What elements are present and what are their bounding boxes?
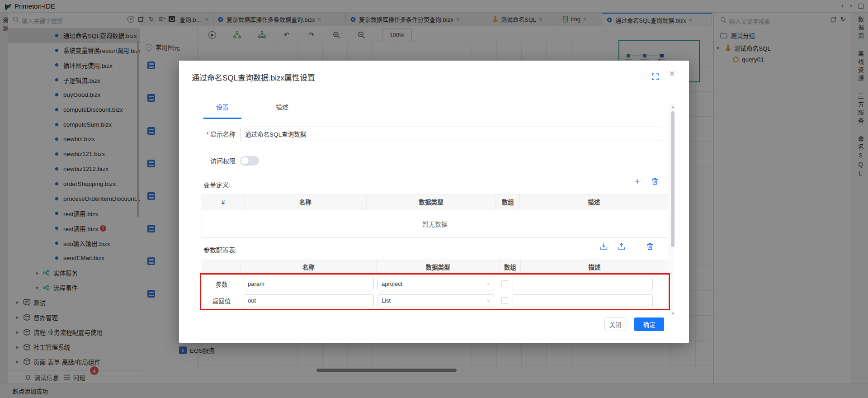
expand-icon[interactable] bbox=[652, 73, 659, 80]
param-row-label: 返回值 bbox=[202, 296, 241, 305]
delete-param-icon[interactable] bbox=[646, 242, 654, 250]
param-row-label: 参数 bbox=[202, 280, 241, 289]
param-desc-input[interactable] bbox=[513, 278, 653, 290]
empty-data-text: 暂无数据 bbox=[202, 210, 668, 237]
display-name-label: *显示名称 bbox=[179, 129, 236, 138]
app-window: Primeton-IDE ‹ › 资源 输入关键字搜索 通过命名SQL查询数据.… bbox=[0, 0, 868, 398]
tabs-divider bbox=[179, 116, 689, 116]
param-name-input[interactable] bbox=[244, 278, 374, 290]
dialog-title: 通过命名SQL查询数据.bizx属性设置 bbox=[192, 71, 315, 83]
dialog-tabs: 设置 描述 bbox=[203, 102, 301, 119]
variables-table-header: # 名称 数据类型 数组 描述 bbox=[202, 195, 668, 210]
import-icon[interactable] bbox=[600, 242, 608, 250]
param-name-input[interactable] bbox=[244, 294, 374, 307]
scroll-down-icon[interactable]: ▼ bbox=[670, 312, 676, 316]
add-variable-icon[interactable]: + bbox=[633, 177, 641, 185]
tab-settings[interactable]: 设置 bbox=[203, 102, 241, 119]
param-type-select[interactable]: aproject∨ bbox=[377, 278, 494, 290]
close-icon[interactable]: × bbox=[669, 68, 675, 80]
chevron-down-icon: ∨ bbox=[487, 281, 490, 286]
param-desc-input[interactable] bbox=[513, 294, 653, 307]
variables-table: # 名称 数据类型 数组 描述 暂无数据 bbox=[202, 194, 668, 238]
param-type-select[interactable]: List∨ bbox=[377, 294, 494, 307]
export-icon[interactable] bbox=[618, 242, 625, 250]
display-name-input[interactable] bbox=[240, 127, 663, 141]
dialog-footer: 关闭 确定 bbox=[179, 317, 689, 331]
scroll-up-icon[interactable]: ▲ bbox=[670, 105, 676, 109]
params-table-header: 名称 数据类型 数组 描述 bbox=[202, 260, 668, 275]
chevron-down-icon: ∨ bbox=[487, 298, 490, 303]
param-row: 参数 aproject∨ bbox=[202, 275, 668, 292]
params-section-title: 参数配置表: bbox=[203, 245, 237, 254]
params-table: 名称 数据类型 数组 描述 参数 aproject∨ 返回值 List∨ bbox=[202, 260, 668, 309]
required-mark: * bbox=[207, 131, 209, 138]
properties-dialog: 通过命名SQL查询数据.bizx属性设置 × 设置 描述 *显示名称 访问权限 … bbox=[179, 61, 689, 343]
toggle-knob bbox=[241, 157, 249, 165]
variables-section-title: 变量定义: bbox=[203, 180, 231, 189]
access-toggle[interactable] bbox=[240, 156, 259, 166]
confirm-button[interactable]: 确定 bbox=[634, 317, 664, 331]
tab-description[interactable]: 描述 bbox=[263, 102, 301, 119]
delete-variable-icon[interactable] bbox=[651, 177, 659, 185]
close-button[interactable]: 关闭 bbox=[604, 317, 626, 331]
param-row: 返回值 List∨ bbox=[202, 292, 668, 309]
access-label: 访问权限 bbox=[179, 156, 236, 165]
scrollbar-thumb[interactable] bbox=[671, 111, 675, 247]
param-array-checkbox[interactable] bbox=[501, 280, 508, 287]
param-array-checkbox[interactable] bbox=[501, 297, 508, 304]
dialog-scrollbar[interactable]: ▲ ▼ bbox=[670, 104, 675, 317]
